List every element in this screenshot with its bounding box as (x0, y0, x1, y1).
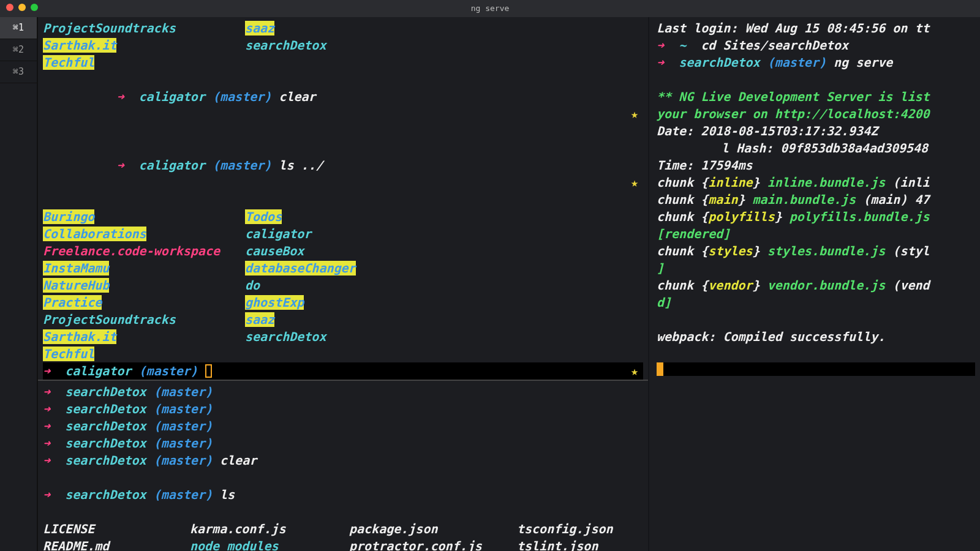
prompt-branch: (master) (767, 55, 826, 70)
ng-serve-output: your browser on http://localhost:4200 (657, 105, 975, 122)
pane-top-left[interactable]: ProjectSoundtracks Sarthak.it Techful sa… (38, 17, 648, 380)
prompt-cmd: ng serve (834, 55, 892, 70)
prompt-dir: caligator (139, 158, 205, 173)
pane-right[interactable]: Last login: Wed Aug 15 08:45:56 on tt ➜ … (649, 17, 980, 551)
ls-item: Sarthak.it (43, 329, 116, 344)
star-icon: ★ (631, 105, 638, 122)
ls-item: caligator (245, 227, 311, 241)
ls-item: Buringo (43, 209, 94, 224)
pane-bottom-left[interactable]: ➜ searchDetox (master) ➜ searchDetox (ma… (38, 380, 648, 551)
ls-item: causeBox (245, 244, 304, 258)
ls-item: saaz (245, 21, 274, 36)
tab-column: ⌘1 ⌘2 ⌘3 (0, 17, 38, 551)
ls-item: karma.conf.js (190, 522, 286, 536)
ls-item: Collaborations (43, 227, 146, 241)
ls-item: ProjectSoundtracks (43, 21, 176, 36)
prompt-arrow-icon: ➜ (657, 55, 664, 70)
ls-item: ProjectSoundtracks (43, 312, 176, 327)
active-prompt[interactable]: ➜ caligator (master) ★ (43, 362, 643, 380)
cursor-icon (657, 362, 663, 376)
ls-item: searchDetox (245, 38, 326, 53)
prompt-arrow-icon: ➜ (116, 158, 124, 173)
zoom-icon[interactable] (31, 4, 38, 11)
prompt-arrow-icon: ➜ (116, 89, 124, 104)
tab-3[interactable]: ⌘3 (0, 61, 37, 83)
prompt-branch: (master) (213, 158, 271, 173)
prompt-branch: (master) (139, 362, 198, 380)
webpack-status: webpack: Compiled successfully. (657, 328, 975, 345)
ls-item: package.json (349, 522, 438, 536)
build-hash: l Hash: 09f853db38a4ad309548 (657, 140, 975, 157)
ls-item: node_modules (190, 539, 279, 551)
ls-item: NatureHub (43, 278, 109, 293)
window-title: ng serve (471, 3, 510, 14)
ls-item: Practice (43, 295, 102, 310)
ls-item: Freelance.code-workspace (43, 244, 220, 258)
build-time: Time: 17594ms (657, 157, 975, 174)
rendered-tag: [rendered] (657, 225, 975, 242)
star-icon: ★ (631, 174, 638, 191)
ls-item: README.md (43, 539, 109, 551)
build-date: Date: 2018-08-15T03:17:32.934Z (657, 122, 975, 140)
ls-item: saaz (245, 312, 274, 327)
active-prompt[interactable] (657, 362, 975, 376)
ls-item: Techful (43, 55, 94, 70)
ls-item: ghostExp (245, 295, 304, 310)
ls-item: LICENSE (43, 522, 94, 536)
prompt-branch: (master) (213, 89, 271, 104)
login-text: Last login: Wed Aug 15 08:45:56 on tt (657, 20, 975, 37)
prompt-dir: searchDetox (679, 55, 760, 70)
ls-item: searchDetox (245, 329, 326, 344)
titlebar: ng serve (0, 0, 980, 17)
cursor-icon (205, 364, 212, 378)
ls-item: Techful (43, 347, 94, 361)
ls-item: protractor.conf.js (349, 539, 482, 551)
prompt-cmd: clear (279, 89, 315, 104)
star-icon: ★ (631, 362, 638, 380)
tab-2[interactable]: ⌘2 (0, 39, 37, 61)
ls-item: Todos (245, 209, 282, 224)
prompt-arrow-icon: ➜ (43, 362, 50, 380)
close-icon[interactable] (6, 4, 13, 11)
ng-serve-output: ** NG Live Development Server is list (657, 88, 975, 105)
ls-item: InstaMamu (43, 261, 109, 276)
tab-1[interactable]: ⌘1 (0, 17, 37, 39)
traffic-lights (6, 4, 38, 11)
ls-item: tsconfig.json (517, 522, 613, 536)
ls-item: do (245, 278, 260, 293)
ls-item: Sarthak.it (43, 38, 116, 53)
prompt-dir: ~ (679, 38, 686, 53)
prompt-arrow-icon: ➜ (657, 38, 664, 53)
minimize-icon[interactable] (18, 4, 26, 11)
ls-item: databaseChanger (245, 261, 356, 276)
prompt-dir: caligator (65, 362, 131, 380)
prompt-dir: caligator (139, 89, 205, 104)
ls-item: tslint.json (517, 539, 598, 551)
prompt-cmd: cd Sites/searchDetox (701, 38, 848, 53)
prompt-cmd: ls ../ (279, 158, 323, 173)
